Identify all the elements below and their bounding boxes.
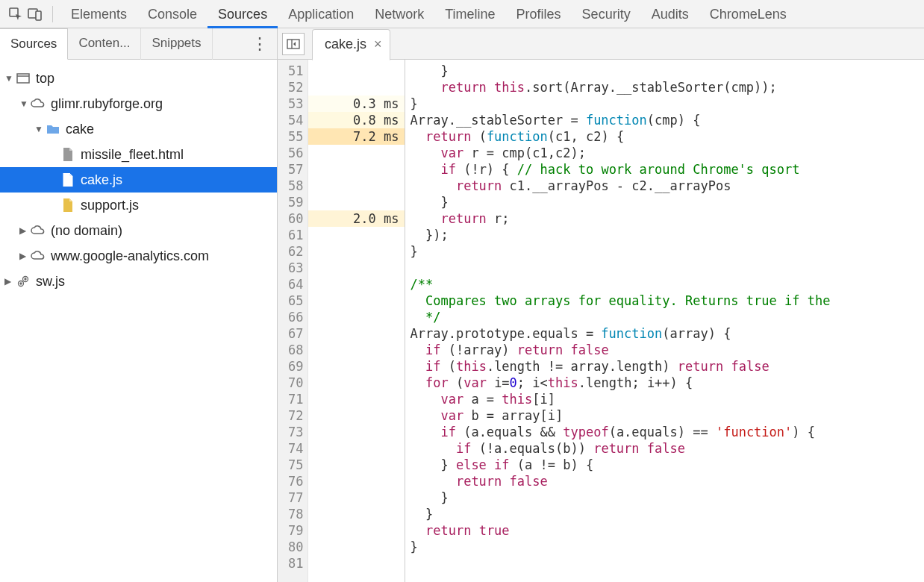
- code-line[interactable]: }: [410, 506, 924, 522]
- line-number[interactable]: 69: [288, 358, 303, 375]
- code-line[interactable]: if (!array) return false: [410, 342, 924, 358]
- code-content[interactable]: } return this.sort(Array.__stableSorter(…: [405, 60, 924, 582]
- line-number[interactable]: 57: [288, 161, 303, 178]
- line-number[interactable]: 73: [288, 424, 303, 440]
- code-line[interactable]: return c1.__arrayPos - c2.__arrayPos: [410, 178, 924, 194]
- code-line[interactable]: return this.sort(Array.__stableSorter(cm…: [410, 79, 924, 96]
- code-line[interactable]: return false: [410, 473, 924, 489]
- code-line[interactable]: Array.prototype.equals = function(array)…: [410, 325, 924, 342]
- code-line[interactable]: }: [410, 243, 924, 260]
- line-number[interactable]: 62: [288, 243, 303, 260]
- code-line[interactable]: return (function(c1, c2) {: [410, 128, 924, 145]
- code-line[interactable]: }: [410, 63, 924, 79]
- code-line[interactable]: } else if (a != b) {: [410, 457, 924, 473]
- code-line[interactable]: [410, 555, 924, 572]
- main-tab-profiles[interactable]: Profiles: [506, 0, 572, 28]
- line-number[interactable]: 78: [288, 506, 303, 522]
- code-line[interactable]: });: [410, 227, 924, 243]
- main-tab-timeline[interactable]: Timeline: [434, 0, 505, 28]
- code-line[interactable]: return true: [410, 522, 924, 539]
- line-number[interactable]: 64: [288, 276, 303, 292]
- line-number[interactable]: 75: [288, 457, 303, 473]
- more-options-icon[interactable]: ⋮: [243, 34, 277, 54]
- main-tab-chromelens[interactable]: ChromeLens: [699, 0, 797, 28]
- tree-node-top[interactable]: ▼ top: [0, 66, 277, 91]
- line-number[interactable]: 63: [288, 260, 303, 276]
- code-area[interactable]: 5152535455565758596061626364656667686970…: [278, 60, 924, 582]
- file-tree: ▼ top ▼ glimr.rubyforge.org ▼ cake: [0, 60, 277, 300]
- tree-node-sw[interactable]: ▶ sw.js: [0, 269, 277, 294]
- line-number[interactable]: 51: [288, 63, 303, 79]
- line-number[interactable]: 55: [288, 128, 303, 145]
- sidebar-tab[interactable]: Snippets: [141, 28, 212, 60]
- timing-value: [308, 555, 405, 572]
- main-tab-security[interactable]: Security: [572, 0, 641, 28]
- tree-node-file[interactable]: support.js: [0, 193, 277, 218]
- line-number[interactable]: 67: [288, 325, 303, 342]
- code-line[interactable]: var b = array[i]: [410, 407, 924, 424]
- timing-value: [308, 276, 405, 292]
- line-number[interactable]: 79: [288, 522, 303, 539]
- code-line[interactable]: Array.__stableSorter = function(cmp) {: [410, 112, 924, 128]
- line-number[interactable]: 58: [288, 178, 303, 194]
- code-line[interactable]: }: [410, 539, 924, 555]
- tree-node-domain[interactable]: ▼ glimr.rubyforge.org: [0, 91, 277, 116]
- code-line[interactable]: /**: [410, 276, 924, 292]
- main-tab-application[interactable]: Application: [278, 0, 364, 28]
- main-tab-network[interactable]: Network: [364, 0, 434, 28]
- tree-node-domain[interactable]: ▶ www.google-analytics.com: [0, 243, 277, 269]
- code-line[interactable]: if (a.equals && typeof(a.equals) == 'fun…: [410, 424, 924, 440]
- code-line[interactable]: }: [410, 194, 924, 210]
- code-line[interactable]: if (!a.equals(b)) return false: [410, 440, 924, 457]
- file-tab[interactable]: cake.js ×: [312, 29, 390, 60]
- line-number[interactable]: 60: [288, 210, 303, 227]
- code-line[interactable]: for (var i=0; i<this.length; i++) {: [410, 375, 924, 391]
- main-tab-console[interactable]: Console: [137, 0, 207, 28]
- code-line[interactable]: return r;: [410, 210, 924, 227]
- main-tab-elements[interactable]: Elements: [60, 0, 137, 28]
- code-line[interactable]: if (!r) { // hack to work around Chrome'…: [410, 161, 924, 178]
- line-number[interactable]: 77: [288, 489, 303, 506]
- timing-value: [308, 178, 405, 194]
- line-number[interactable]: 59: [288, 194, 303, 210]
- tree-node-file-selected[interactable]: cake.js: [0, 167, 277, 193]
- line-number[interactable]: 71: [288, 391, 303, 407]
- main-tab-sources[interactable]: Sources: [207, 0, 278, 28]
- line-number[interactable]: 52: [288, 79, 303, 96]
- line-number[interactable]: 56: [288, 145, 303, 161]
- main-tab-audits[interactable]: Audits: [641, 0, 699, 28]
- folder-icon: [45, 124, 61, 134]
- code-line[interactable]: var a = this[i]: [410, 391, 924, 407]
- timing-value: 0.8 ms: [308, 112, 405, 128]
- line-number[interactable]: 65: [288, 292, 303, 309]
- close-icon[interactable]: ×: [374, 37, 382, 52]
- code-line[interactable]: }: [410, 489, 924, 506]
- sidebar-tab[interactable]: Conten...: [68, 28, 141, 60]
- line-number[interactable]: 70: [288, 375, 303, 391]
- code-line[interactable]: }: [410, 96, 924, 112]
- line-number[interactable]: 72: [288, 407, 303, 424]
- line-number[interactable]: 76: [288, 473, 303, 489]
- timing-value: [308, 260, 405, 276]
- line-number[interactable]: 80: [288, 539, 303, 555]
- line-number[interactable]: 61: [288, 227, 303, 243]
- line-number[interactable]: 81: [288, 555, 303, 572]
- line-number[interactable]: 74: [288, 440, 303, 457]
- tree-node-file[interactable]: missile_fleet.html: [0, 142, 277, 167]
- tree-label: www.google-analytics.com: [51, 248, 209, 264]
- code-line[interactable]: if (this.length != array.length) return …: [410, 358, 924, 375]
- tree-node-folder[interactable]: ▼ cake: [0, 116, 277, 142]
- code-line[interactable]: */: [410, 309, 924, 325]
- inspect-icon[interactable]: [6, 4, 25, 24]
- toggle-navigator-icon[interactable]: [282, 33, 305, 55]
- line-number[interactable]: 66: [288, 309, 303, 325]
- device-mode-icon[interactable]: [25, 4, 45, 24]
- line-number[interactable]: 54: [288, 112, 303, 128]
- code-line[interactable]: [410, 260, 924, 276]
- code-line[interactable]: Compares two arrays for equality. Return…: [410, 292, 924, 309]
- tree-node-domain[interactable]: ▶ (no domain): [0, 218, 277, 243]
- line-number[interactable]: 53: [288, 96, 303, 112]
- sidebar-tab[interactable]: Sources: [0, 28, 68, 60]
- code-line[interactable]: var r = cmp(c1,c2);: [410, 145, 924, 161]
- line-number[interactable]: 68: [288, 342, 303, 358]
